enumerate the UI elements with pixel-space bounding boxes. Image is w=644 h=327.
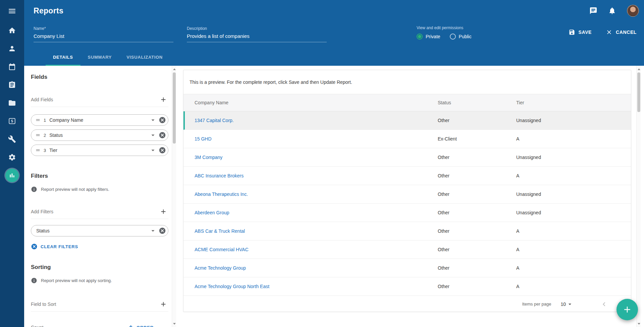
column-header-tier[interactable]: Tier: [516, 100, 631, 105]
arrow-up-icon: [128, 324, 134, 327]
nav-item-person[interactable]: [5, 42, 19, 55]
tab-details[interactable]: DETAILS: [46, 55, 80, 66]
name-input[interactable]: Company List: [34, 33, 173, 42]
column-header-company[interactable]: Company Name: [195, 100, 438, 105]
panel-scrollbar[interactable]: [172, 66, 176, 327]
tier-cell: A: [516, 136, 631, 142]
radio-public[interactable]: Public: [450, 34, 472, 40]
description-label: Description: [187, 26, 327, 31]
info-icon: [31, 186, 37, 193]
company-link[interactable]: Acme Technology Group: [195, 265, 246, 271]
nav-item-tools[interactable]: [5, 132, 19, 146]
table-row: ACME Commercial HVAC Other A: [183, 240, 631, 259]
clear-filters-button[interactable]: CLEAR FILTERS: [31, 243, 168, 250]
filters-heading: Filters: [31, 173, 168, 179]
radio-label: Private: [426, 34, 440, 39]
field-label: Tier: [49, 148, 57, 153]
nav-item-settings[interactable]: [5, 151, 19, 164]
preview-note: This is a preview. For the complete repo…: [183, 70, 631, 94]
field-pill[interactable]: 2 Status: [31, 129, 168, 141]
company-link[interactable]: 1347 Capital Corp.: [195, 118, 234, 123]
status-cell: Other: [438, 210, 516, 215]
report-settings-form: Name* Company List Description Provides …: [24, 21, 644, 46]
settings-icon: [8, 153, 16, 161]
prev-page-button[interactable]: [600, 300, 608, 308]
chevron-down-icon[interactable]: [149, 147, 157, 154]
remove-field-icon[interactable]: [159, 147, 166, 154]
drag-handle-icon[interactable]: [35, 132, 41, 138]
status-cell: Other: [438, 173, 516, 178]
field-label: Company Name: [49, 117, 83, 123]
status-cell: Ex-Client: [438, 136, 516, 142]
radio-label: Public: [459, 34, 472, 39]
nav-item-home[interactable]: [5, 24, 19, 37]
table-row: Abeona Therapeutics Inc. Other Unassigne…: [183, 185, 631, 204]
company-link[interactable]: ABC Insurance Brokers: [195, 173, 244, 178]
field-index: 2: [44, 133, 46, 138]
chevron-down-icon[interactable]: [149, 116, 157, 124]
header-icons: [589, 5, 639, 17]
company-link[interactable]: ACME Commercial HVAC: [195, 247, 249, 252]
chevron-down-icon[interactable]: [149, 131, 157, 139]
company-link[interactable]: 3M Company: [195, 155, 222, 160]
status-cell: Other: [438, 192, 516, 197]
order-button[interactable]: ORDER: [128, 324, 154, 327]
panel-scrollbar-thumb[interactable]: [173, 72, 176, 144]
remove-filter-icon[interactable]: [159, 227, 166, 234]
company-link[interactable]: ABS Car & Truck Rental: [195, 228, 245, 234]
column-header-status[interactable]: Status: [438, 100, 516, 105]
scroll-up-arrow[interactable]: [172, 66, 176, 72]
tier-cell: Unassigned: [516, 155, 631, 160]
tab-summary[interactable]: SUMMARY: [80, 55, 119, 66]
sort-field-row: Count ORDER: [31, 324, 168, 327]
sorting-note-row: Report preview will not apply sorting.: [31, 277, 168, 284]
field-to-sort-row[interactable]: Field to Sort: [31, 298, 168, 312]
nav-item-five[interactable]: 5: [5, 114, 19, 128]
scroll-down-arrow[interactable]: [172, 321, 176, 326]
field-index: 1: [44, 118, 46, 123]
avatar[interactable]: [627, 5, 639, 17]
field-pill[interactable]: 3 Tier: [31, 145, 168, 156]
nav-item-calendar[interactable]: [5, 60, 19, 73]
company-link[interactable]: Aberdeen Group: [195, 210, 229, 215]
field-pill[interactable]: 1 Company Name: [31, 114, 168, 126]
scroll-down-arrow[interactable]: [637, 321, 641, 326]
chevron-down-icon[interactable]: [149, 227, 157, 234]
scroll-up-arrow[interactable]: [637, 66, 641, 72]
pagination: Items per page 10: [183, 296, 631, 312]
add-report-fab[interactable]: [616, 299, 638, 320]
sort-field-value: Count: [31, 325, 43, 327]
nav-item-tasks[interactable]: [5, 78, 19, 92]
name-label: Name*: [34, 26, 173, 31]
items-per-page-label: Items per page: [522, 302, 551, 307]
main-scrollbar[interactable]: [636, 66, 641, 327]
drag-handle-icon[interactable]: [35, 148, 41, 153]
person-icon: [8, 45, 16, 53]
notifications-icon[interactable]: [608, 7, 616, 15]
main-scrollbar-thumb[interactable]: [637, 72, 640, 112]
status-cell: Other: [438, 284, 516, 289]
tab-visualization[interactable]: VISUALIZATION: [119, 55, 170, 66]
company-link[interactable]: Abeona Therapeutics Inc.: [195, 192, 248, 197]
add-filters-row[interactable]: Add Filters: [31, 206, 168, 219]
save-button[interactable]: SAVE: [569, 29, 592, 36]
five-icon: 5: [8, 117, 16, 125]
company-link[interactable]: Acme Technology Group North East: [195, 284, 269, 289]
remove-field-icon[interactable]: [159, 116, 166, 124]
items-per-page-select[interactable]: 10: [560, 301, 573, 308]
description-input[interactable]: Provides a list of companies: [187, 33, 327, 42]
filter-pills: Status: [31, 225, 168, 236]
drag-handle-icon[interactable]: [35, 117, 41, 123]
radio-private[interactable]: Private: [417, 34, 440, 40]
cancel-button[interactable]: CANCEL: [606, 29, 637, 36]
remove-field-icon[interactable]: [159, 131, 166, 139]
company-link[interactable]: 15 GHD: [195, 136, 212, 142]
menu-button[interactable]: [5, 4, 19, 18]
status-cell: Other: [438, 118, 516, 123]
plus-icon: [622, 305, 632, 315]
nav-item-reports[interactable]: [5, 169, 19, 182]
nav-item-folder[interactable]: [5, 96, 19, 110]
filter-pill[interactable]: Status: [31, 225, 168, 236]
add-fields-row[interactable]: Add Fields: [31, 94, 168, 107]
chat-icon[interactable]: [589, 7, 597, 15]
